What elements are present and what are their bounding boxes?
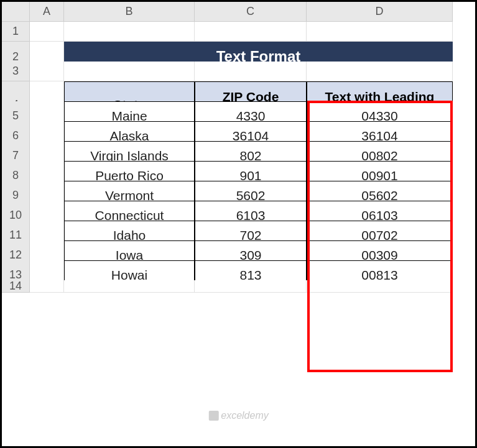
col-header-b[interactable]: B bbox=[64, 2, 195, 22]
cell-d14[interactable] bbox=[307, 280, 453, 293]
cell-b1[interactable] bbox=[64, 22, 195, 42]
cell-b14[interactable] bbox=[64, 280, 195, 293]
cell-c14[interactable] bbox=[195, 280, 307, 293]
row-header-14[interactable]: 14 bbox=[2, 280, 30, 293]
cell-a14[interactable] bbox=[30, 280, 64, 293]
watermark-text: exceldemy bbox=[221, 410, 268, 421]
cell-a3[interactable] bbox=[30, 62, 64, 81]
cell-a1[interactable] bbox=[30, 22, 64, 42]
watermark: exceldemy bbox=[208, 410, 268, 421]
cell-d1[interactable] bbox=[307, 22, 453, 42]
watermark-icon bbox=[208, 411, 218, 421]
cell-d3[interactable] bbox=[307, 62, 453, 81]
cell-c1[interactable] bbox=[195, 22, 307, 42]
col-header-d[interactable]: D bbox=[307, 2, 453, 22]
col-header-c[interactable]: C bbox=[195, 2, 307, 22]
cell-c3[interactable] bbox=[195, 62, 307, 81]
col-header-a[interactable]: A bbox=[30, 2, 64, 22]
row-header-3[interactable]: 3 bbox=[2, 62, 30, 81]
spreadsheet-grid: A B C D 1 2 Text Format 3 4 State ZIP Co… bbox=[2, 2, 475, 300]
cell-b3[interactable] bbox=[64, 62, 195, 81]
select-all-corner[interactable] bbox=[2, 2, 30, 22]
row-header-1[interactable]: 1 bbox=[2, 22, 30, 42]
